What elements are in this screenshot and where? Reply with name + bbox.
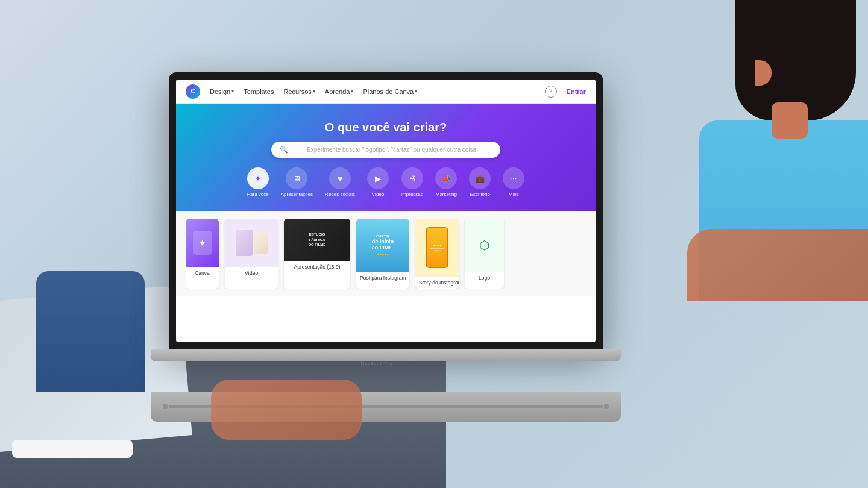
template-label-story-instagram: Story do Instagram: [415, 277, 459, 289]
template-card-canva-partial[interactable]: ✦ Canva: [186, 219, 219, 289]
canva-logo: C: [186, 84, 200, 99]
chevron-down-icon: ▾: [231, 89, 234, 94]
jeans-decoration: [36, 271, 145, 392]
search-placeholder-text: Experimente buscar "logotipo", "cartaz" …: [293, 146, 492, 153]
person-neck: [772, 102, 808, 139]
category-apresentacoes[interactable]: 🖥 Apresentações: [281, 167, 313, 197]
help-button[interactable]: ?: [545, 86, 557, 98]
person-hand-left: [211, 380, 362, 440]
person-decoration: [639, 0, 868, 301]
marketing-label: Marketing: [436, 192, 457, 197]
apresentacoes-icon: 🖥: [286, 167, 307, 189]
escritorio-label: Escritório: [470, 192, 490, 197]
mais-label: Mais: [509, 192, 519, 197]
laptop-base: [151, 349, 621, 361]
nav-design[interactable]: Design ▾: [210, 88, 234, 95]
laptop-frame: C Design ▾ Templates Recursos ▾ Aprenda: [169, 72, 603, 349]
video-label: Vídeo: [371, 192, 384, 197]
laptop-brand-label: MacBook Pro: [359, 361, 395, 366]
person-hand-right: [687, 229, 868, 301]
story-phone-mock: STORY Instagram: [426, 227, 448, 268]
category-mais[interactable]: ··· Mais: [503, 167, 524, 197]
template-label-post-instagram: Post para Instagram: [356, 272, 409, 284]
search-bar[interactable]: 🔍 Experimente buscar "logotipo", "cartaz…: [271, 142, 500, 158]
laptop-container: C Design ▾ Templates Recursos ▾ Aprenda: [169, 72, 639, 398]
search-icon: 🔍: [280, 146, 288, 154]
nav-recursos[interactable]: Recursos ▾: [283, 88, 315, 95]
category-escritorio[interactable]: 💼 Escritório: [469, 167, 491, 197]
category-para-voce[interactable]: ✦ Para você: [247, 167, 269, 197]
chevron-down-icon-aprenda: ▾: [351, 89, 353, 94]
nav-aprenda[interactable]: Aprenda ▾: [325, 88, 354, 95]
template-label-video: Vídeo: [225, 267, 278, 279]
apresentacoes-label: Apresentações: [281, 192, 313, 197]
entrar-button[interactable]: Entrar: [567, 88, 586, 95]
redes-sociais-icon: ♥: [329, 167, 351, 189]
chevron-down-icon-planos: ▾: [415, 89, 417, 94]
template-card-post-instagram[interactable]: CURTIR de inícioao FIM! ★★★★★ Post para …: [356, 219, 409, 289]
category-row: ✦ Para você 🖥 Apresentações ♥ Redes soci…: [188, 167, 583, 202]
presentation-thumb: EstúdioFábricado Filme: [284, 219, 350, 261]
canva-hero-section: O que você vai criar? 🔍 Experimente busc…: [176, 104, 596, 211]
escritorio-icon: 💼: [469, 167, 491, 189]
category-marketing[interactable]: 📣 Marketing: [435, 167, 457, 197]
category-video[interactable]: ▶ Vídeo: [367, 167, 389, 197]
redes-sociais-label: Redes sociais: [325, 192, 355, 197]
impressao-icon: 🖨: [401, 167, 423, 189]
templates-grid: ✦ Canva Vídeo: [186, 219, 586, 289]
nav-planos[interactable]: Planos do Canva ▾: [363, 88, 417, 95]
category-impressao[interactable]: 🖨 Impressão: [401, 167, 423, 197]
impressao-label: Impressão: [401, 192, 423, 197]
hero-title: O que você vai criar?: [188, 120, 583, 134]
template-label-canva: Canva: [186, 267, 219, 279]
templates-section: ✦ Canva Vídeo: [176, 211, 596, 296]
canva-header: C Design ▾ Templates Recursos ▾ Aprenda: [176, 80, 596, 104]
shoe-sole: [12, 440, 133, 458]
template-card-video[interactable]: Vídeo: [225, 219, 278, 289]
category-redes-sociais[interactable]: ♥ Redes sociais: [325, 167, 355, 197]
para-voce-icon: ✦: [247, 167, 269, 189]
laptop-screen: C Design ▾ Templates Recursos ▾ Aprenda: [176, 80, 596, 342]
post-text-1: CURTIR: [376, 234, 390, 238]
template-label-presentation: Apresentação (16:9): [284, 261, 350, 273]
template-label-logo: Logo: [465, 272, 504, 284]
template-card-logo[interactable]: ⬡ Logo: [465, 219, 504, 289]
marketing-icon: 📣: [435, 167, 457, 189]
mais-icon: ···: [503, 167, 524, 189]
nav-templates[interactable]: Templates: [244, 88, 274, 95]
para-voce-label: Para você: [247, 192, 269, 197]
video-thumb-1: [236, 230, 253, 256]
video-icon: ▶: [367, 167, 389, 189]
chevron-down-icon-recursos: ▾: [313, 89, 315, 94]
template-card-presentation[interactable]: EstúdioFábricado Filme Apresentação (16:…: [284, 219, 350, 289]
video-thumb-2: [254, 232, 268, 254]
template-card-story-instagram[interactable]: STORY Instagram Story do Instagram: [415, 219, 459, 289]
